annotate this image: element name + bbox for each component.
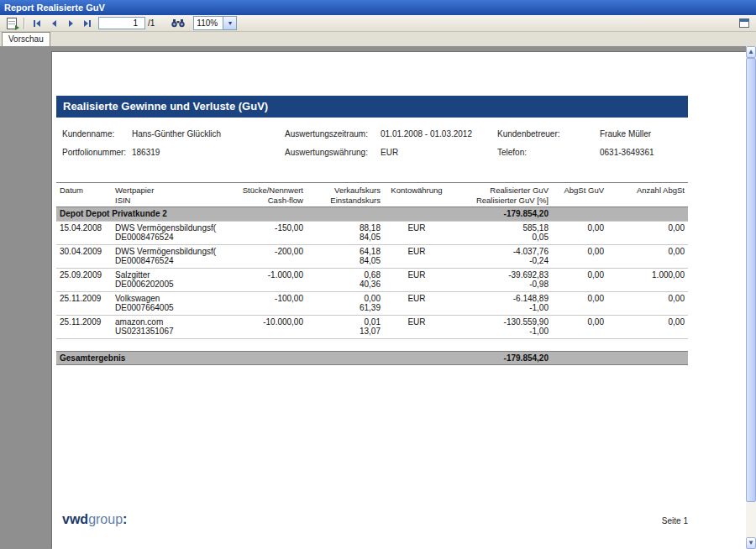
scrollbar-track[interactable]	[746, 58, 756, 537]
page-number-input[interactable]	[98, 17, 145, 29]
next-page-button[interactable]	[62, 15, 79, 32]
group-row: Depot Depot Privatkunde 2 -179.854,20	[56, 207, 688, 222]
group-value: -179.854,20	[449, 207, 552, 222]
scroll-up-button[interactable]: ▲	[746, 46, 756, 58]
table-header-row: Datum WertpapierISIN Stücke/NennwertCash…	[56, 183, 688, 207]
cell-kontowaehrung: EUR	[387, 247, 446, 257]
cell-stuecke: -1.000,00	[239, 270, 303, 280]
cell-isin: DE0008476524	[115, 233, 233, 243]
cell-verkaufskurs: 0,01	[310, 317, 381, 327]
zoom-select[interactable]: 110% ▼	[193, 16, 237, 30]
cell-abgst-guv: 0,00	[555, 294, 604, 304]
table-row: 25.11.2009 amazon.com US0231351067 -10.0…	[56, 315, 688, 338]
col-header-wertpapier: WertpapierISIN	[112, 183, 236, 207]
cell-abgst-guv: 0,00	[555, 247, 604, 257]
cell-guv: -130.559,90	[453, 317, 549, 327]
first-page-icon	[34, 20, 35, 27]
cell-datum: 25.11.2009	[60, 294, 108, 304]
total-row: Gesamtergebnis -179.854,20	[56, 351, 688, 365]
report-meta: Kundenname: Hans-Günther Glücklich Auswe…	[56, 128, 688, 158]
cell-anzahl-abgst: 0,00	[611, 294, 685, 304]
zoom-value: 110%	[194, 17, 223, 29]
report-footer: vwdgroup: Seite 1	[56, 512, 688, 527]
page-number-label: Seite 1	[662, 516, 688, 525]
cell-stuecke: -200,00	[239, 247, 303, 257]
export-button[interactable]	[3, 15, 20, 32]
cell-datum: 15.04.2008	[60, 223, 108, 233]
cell-guv: 585,18	[453, 223, 549, 233]
cell-datum: 30.04.2009	[60, 247, 108, 257]
cell-einstandskurs: 40,36	[310, 280, 381, 290]
report-viewer-window: Report Realisierte GuV /1	[0, 0, 756, 549]
cell-anzahl-abgst: 0,00	[611, 317, 685, 327]
col-header-anzahl-abgst: Anzahl AbgSt	[607, 183, 688, 207]
cell-anzahl-abgst: 0,00	[611, 247, 685, 257]
cell-stuecke: -100,00	[239, 294, 303, 304]
col-header-kontowaehrung: Kontowährung	[384, 183, 449, 207]
vertical-scrollbar[interactable]: ▲ ▼	[746, 46, 756, 549]
group-label: Depot Depot Privatkunde 2	[56, 207, 449, 222]
cell-einstandskurs: 84,05	[310, 233, 381, 243]
cell-anzahl-abgst: 0,00	[611, 223, 685, 233]
col-header-datum: Datum	[56, 183, 112, 207]
cell-isin: DE0008476524	[115, 256, 233, 266]
col-header-realisierter-guv: Realisierter GuVRealisierter GuV [%]	[449, 183, 552, 207]
cell-abgst-guv: 0,00	[555, 223, 604, 233]
cell-kontowaehrung: EUR	[387, 270, 446, 280]
zoom-dropdown-button[interactable]: ▼	[223, 17, 236, 29]
cell-anzahl-abgst: 1.000,00	[611, 270, 685, 280]
cell-kontowaehrung: EUR	[387, 223, 446, 233]
cell-wertpapier: Volkswagen	[115, 294, 233, 304]
cell-guv: -6.148,89	[453, 294, 549, 304]
next-page-icon	[69, 20, 73, 27]
cell-guv-pct: -0,24	[453, 256, 549, 266]
cell-wertpapier: DWS Vermögensbildungsf(	[115, 247, 233, 257]
table-row: 25.09.2009 Salzgitter DE0006202005 -1.00…	[56, 268, 688, 291]
cell-isin: DE0006202005	[115, 280, 233, 290]
table-row: 30.04.2009 DWS Vermögensbildungsf( DE000…	[56, 244, 688, 268]
cell-stuecke: -10.000,00	[239, 317, 303, 327]
meta-label: Kundenbetreuer:	[497, 128, 600, 139]
tab-strip: Vorschau	[0, 32, 756, 46]
first-page-button[interactable]	[29, 15, 45, 32]
cell-guv-pct: 0,05	[453, 233, 549, 243]
table-row: 15.04.2008 DWS Vermögensbildungsf( DE000…	[56, 221, 688, 244]
down-arrow-icon: ▼	[748, 539, 754, 546]
scroll-down-button[interactable]: ▼	[746, 537, 756, 549]
logo-text-light: group	[88, 512, 123, 526]
previous-page-icon	[52, 20, 56, 27]
cell-wertpapier: amazon.com	[115, 317, 233, 327]
up-arrow-icon: ▲	[748, 48, 754, 55]
report-title: Realisierte Gewinne und Verluste (GuV)	[63, 100, 268, 112]
cell-stuecke: -150,00	[239, 223, 303, 233]
cell-einstandskurs: 61,39	[310, 303, 381, 313]
last-page-icon	[84, 20, 88, 27]
external-window-button[interactable]	[736, 15, 753, 32]
meta-value: Frauke Müller	[600, 128, 688, 139]
cell-guv: -39.692,83	[453, 270, 549, 280]
cell-isin: US0231351067	[115, 327, 233, 337]
search-button[interactable]	[170, 15, 186, 32]
logo-colon: :	[123, 512, 127, 526]
tab-vorschau[interactable]: Vorschau	[2, 32, 50, 46]
last-page-button[interactable]	[79, 15, 96, 32]
cell-guv-pct: -1,00	[453, 327, 549, 337]
window-titlebar: Report Realisierte GuV	[0, 0, 756, 15]
chevron-down-icon: ▼	[227, 20, 233, 26]
meta-value: 186319	[132, 147, 285, 158]
table-row: 25.11.2009 Volkswagen DE0007664005 -100,…	[56, 291, 688, 315]
cell-verkaufskurs: 0,00	[310, 294, 381, 304]
cell-verkaufskurs: 64,18	[310, 247, 381, 257]
scrollbar-thumb[interactable]	[746, 58, 756, 502]
meta-label: Auswertungszeitraum:	[285, 128, 381, 139]
cell-wertpapier: DWS Vermögensbildungsf(	[115, 223, 233, 233]
toolbar: /1 110% ▼	[0, 15, 756, 32]
meta-label: Auswertungswährung:	[285, 147, 381, 158]
col-header-verkaufskurs: VerkaufskursEinstandskurs	[307, 183, 384, 207]
meta-label: Portfolionummer:	[62, 147, 132, 158]
prev-page-button[interactable]	[45, 15, 62, 32]
cell-einstandskurs: 13,07	[310, 327, 381, 337]
cell-kontowaehrung: EUR	[387, 294, 446, 304]
cell-einstandskurs: 84,05	[310, 256, 381, 266]
cell-abgst-guv: 0,00	[555, 270, 604, 280]
